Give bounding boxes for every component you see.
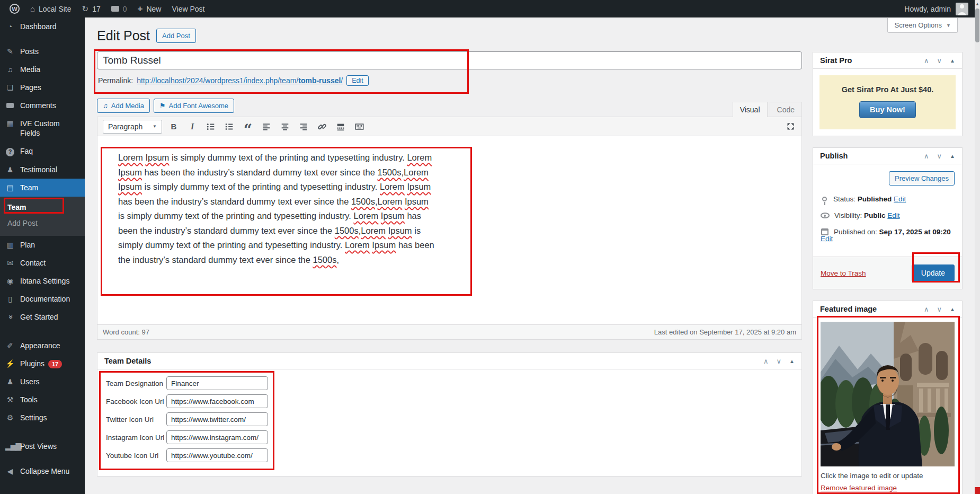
blockquote-icon[interactable]: “: [241, 120, 255, 133]
sidebar-item-pages[interactable]: ❏ Pages: [0, 78, 85, 96]
featured-image-photo[interactable]: [821, 322, 955, 466]
align-center-icon[interactable]: [278, 120, 292, 133]
collapse-toggle-icon[interactable]: ▲: [950, 153, 955, 159]
team-details-header[interactable]: Team Details ∧ ∨ ▲: [97, 353, 801, 369]
sidebar-item-comments[interactable]: Comments: [0, 96, 85, 114]
italic-button[interactable]: I: [185, 120, 199, 133]
read-more-icon[interactable]: [334, 120, 348, 133]
collapse-toggle-icon[interactable]: ▲: [950, 58, 955, 64]
toolbar-toggle-keyboard-icon[interactable]: [352, 120, 366, 133]
paragraph-format-select[interactable]: Paragraph ▼: [103, 120, 162, 134]
visibility-label: Visibility:: [834, 211, 862, 219]
sirat-pro-header[interactable]: Sirat Pro ∧ ∨ ▲: [813, 52, 962, 69]
move-down-icon[interactable]: ∨: [777, 357, 782, 365]
youtube-url-input[interactable]: [166, 448, 268, 462]
fullscreen-icon[interactable]: [786, 122, 795, 133]
move-down-icon[interactable]: ∨: [937, 305, 942, 313]
tab-visual[interactable]: Visual: [733, 102, 768, 117]
twitter-url-input[interactable]: [166, 412, 268, 426]
sidebar-item-plugins[interactable]: ⚡ Plugins17: [0, 355, 85, 373]
user-avatar[interactable]: [956, 3, 968, 15]
move-up-icon[interactable]: ∧: [924, 57, 929, 65]
edit-published-date-link[interactable]: Edit: [821, 235, 833, 243]
editor-content-text[interactable]: Lorem Ipsum is simply dummy text of the …: [118, 151, 436, 267]
move-up-icon[interactable]: ∧: [763, 357, 769, 365]
sidebar-item-posts[interactable]: ✎ Posts: [0, 42, 85, 60]
update-button[interactable]: Update: [912, 264, 955, 281]
screen-options-button[interactable]: Screen Options ▼: [887, 18, 958, 33]
numbered-list-icon[interactable]: [222, 120, 236, 133]
updates-menu[interactable]: ↻ 17: [77, 0, 106, 17]
sidebar-item-settings[interactable]: ⚙ Settings: [0, 409, 85, 427]
team-designation-input[interactable]: [166, 376, 268, 390]
sidebar-item-documentation[interactable]: ▯ Documentation: [0, 290, 85, 308]
instagram-url-input[interactable]: [166, 430, 268, 444]
add-post-button[interactable]: Add Post: [156, 29, 196, 43]
add-media-button[interactable]: ♫ Add Media: [97, 99, 150, 113]
admin-bar: W ⌂ Local Site ↻ 17 0 + New View Post Ho…: [0, 0, 980, 17]
sidebar-item-media[interactable]: ♫ Media: [0, 60, 85, 78]
wp-logo-menu[interactable]: W: [4, 0, 25, 17]
editor-toolbar: Paragraph ▼ B I “: [97, 117, 801, 136]
sidebar-item-post-views[interactable]: ▂▅▇ Post Views: [0, 437, 85, 455]
move-to-trash-link[interactable]: Move to Trash: [821, 269, 866, 277]
align-right-icon[interactable]: [297, 120, 310, 133]
facebook-url-label: Facebook Icon Url: [106, 398, 166, 405]
scrollbar-thumb[interactable]: [975, 8, 979, 42]
sidebar-item-team[interactable]: ▤ Team: [0, 179, 85, 197]
edit-permalink-button[interactable]: Edit: [346, 75, 369, 86]
move-down-icon[interactable]: ∨: [937, 57, 942, 65]
sidebar-item-get-started[interactable]: « Get Started: [0, 308, 85, 326]
sidebar-item-plan[interactable]: ▥ Plan: [0, 236, 85, 254]
add-font-awesome-button[interactable]: ⚑ Add Font Awesome: [154, 99, 234, 113]
facebook-url-input[interactable]: [166, 394, 268, 408]
sidebar-item-faq[interactable]: ? Faq: [0, 142, 85, 161]
site-name-menu[interactable]: ⌂ Local Site: [25, 0, 77, 17]
move-up-icon[interactable]: ∧: [924, 305, 929, 313]
collapse-toggle-icon[interactable]: ▲: [789, 358, 795, 364]
sidebar-item-testimonial[interactable]: ♟ Testimonial: [0, 161, 85, 179]
publish-header[interactable]: Publish ∧ ∨ ▲: [813, 148, 962, 164]
howdy-label[interactable]: Howdy, admin: [904, 5, 951, 13]
featured-image-header[interactable]: Featured image ∧ ∨ ▲: [813, 301, 962, 317]
promo-text: Get Sirat Pro At Just $40.: [826, 85, 949, 94]
sidebar-item-contact[interactable]: ✉ Contact: [0, 254, 85, 272]
page-scrollbar[interactable]: ▲: [975, 0, 980, 494]
collapse-toggle-icon[interactable]: ▲: [950, 306, 955, 312]
scrollbar-up-arrow[interactable]: ▲: [975, 0, 980, 7]
view-post-label: View Post: [172, 5, 204, 13]
bold-button[interactable]: B: [167, 120, 181, 133]
chevron-down-icon: ▼: [153, 124, 157, 129]
wordpress-logo-icon: W: [10, 4, 20, 14]
editor-status-bar: Word count: 97 Last edited on September …: [97, 324, 801, 339]
submenu-item-team[interactable]: Team: [0, 199, 85, 215]
sidebar-item-ibtana-settings[interactable]: ◉ Ibtana Settings: [0, 272, 85, 290]
edit-visibility-link[interactable]: Edit: [887, 211, 899, 219]
sidebar-item-tools[interactable]: ⚒ Tools: [0, 391, 85, 409]
publish-footer: Move to Trash Update: [813, 257, 962, 289]
tab-code[interactable]: Code: [770, 102, 802, 117]
settings-icon: ⚙: [5, 413, 15, 422]
align-left-icon[interactable]: [260, 120, 273, 133]
bulleted-list-icon[interactable]: [204, 120, 218, 133]
permalink-link[interactable]: http://localhost/2024/wordpress1/index.p…: [137, 76, 343, 85]
comments-menu[interactable]: 0: [106, 0, 132, 17]
post-title-input[interactable]: [97, 51, 802, 69]
move-down-icon[interactable]: ∨: [937, 152, 942, 160]
move-up-icon[interactable]: ∧: [924, 152, 929, 160]
sidebar-item-dashboard[interactable]: ◔ Dashboard: [0, 17, 85, 36]
submenu-item-add-post[interactable]: Add Post: [0, 215, 85, 231]
preview-changes-button[interactable]: Preview Changes: [889, 171, 955, 186]
sidebar-item-appearance[interactable]: ✐ Appearance: [0, 337, 85, 355]
chevron-down-icon: ▼: [946, 23, 951, 28]
sidebar-item-collapse-menu[interactable]: ◀ Collapse Menu: [0, 462, 85, 480]
sidebar-item-users[interactable]: ♟ Users: [0, 373, 85, 391]
view-post-menu[interactable]: View Post: [166, 0, 210, 17]
remove-featured-image-link[interactable]: Remove featured image: [821, 484, 897, 492]
new-content-menu[interactable]: + New: [132, 0, 167, 17]
buy-now-button[interactable]: Buy Now!: [859, 101, 916, 118]
team-submenu: Team Add Post: [0, 197, 85, 236]
sidebar-item-ive-custom-fields[interactable]: ▦ IVE Custom Fields: [0, 114, 85, 142]
edit-status-link[interactable]: Edit: [894, 195, 906, 203]
link-icon[interactable]: [315, 120, 329, 133]
